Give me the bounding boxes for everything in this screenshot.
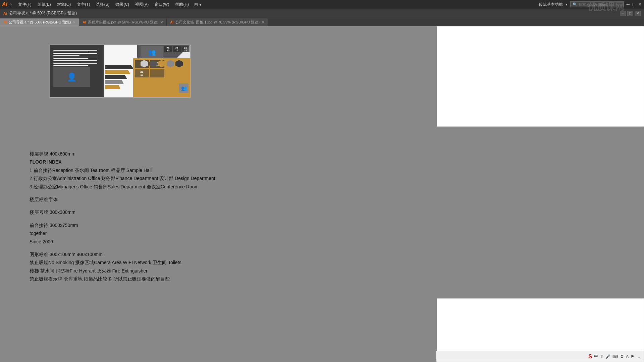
workspace-label: 传统基本功能 — [539, 2, 563, 7]
stock-search-input[interactable] — [579, 2, 622, 6]
tab-1[interactable]: Ai 课程片头模板.pdf @ 50% (RGB/GPU 预览) ✕ — [79, 18, 167, 26]
doc-page-lines — [53, 50, 97, 67]
stock-search-box[interactable]: 🔍 — [570, 1, 624, 7]
document-preview: 👤 公司历程 Company history to — [50, 45, 191, 98]
reception-title: 前台接待 3000x750mm — [30, 222, 215, 229]
menu-help[interactable]: 帮助(H) — [172, 1, 192, 8]
doc-year-2016: 2016 — [173, 46, 181, 52]
floor-index-en: FLOOR INDEX — [30, 158, 215, 166]
tab-0-label: 公司导视.ai* @ 50% (RGB/GPU 预览) — [9, 20, 71, 25]
taskbar-s-icon: S — [588, 354, 592, 360]
menu-bar: Ai ⌂ 文件(F) 编辑(E) 对象(O) 文字(T) 选择(S) 效果(C)… — [0, 0, 644, 9]
page-line-5 — [53, 57, 97, 57]
doc-hex-row — [141, 60, 183, 67]
home-icon[interactable]: ⌂ — [9, 2, 12, 7]
system-taskbar: S 中 ⇧ 🎤 ⌨ ⚙ A ⚑ … — [436, 351, 644, 362]
floor-sign-section: 楼层号牌 300x300mm — [30, 208, 215, 216]
tab-2[interactable]: Ai 公司文化墙_面板 1.jpg @ 70.59% (RGB/GPU 预览) … — [167, 18, 268, 26]
doc-shape-1 — [105, 65, 134, 69]
taskbar-keyboard-icon[interactable]: ⌨ — [612, 354, 618, 359]
menu-text[interactable]: 文字(T) — [74, 1, 93, 8]
page-line-6 — [53, 58, 88, 59]
doc-shape-4 — [105, 80, 124, 84]
taskbar-a-icon[interactable]: A — [626, 354, 629, 359]
floor-index-title: 楼层导视 400x600mm — [30, 150, 215, 158]
floor-index-section: 楼层导视 400x600mm FLOOR INDEX 1 前台接待Recepti… — [30, 150, 215, 190]
hex-2 — [149, 60, 157, 67]
right-panel-bottom: S 中 ⇧ 🎤 ⌨ ⚙ A ⚑ … — [437, 298, 644, 362]
doc-top-years: 2020 2016 2015 — [164, 46, 190, 52]
tab-2-close[interactable]: ✕ — [262, 20, 264, 24]
tab-1-icon: Ai — [83, 20, 86, 24]
since-text: Since 2009 — [30, 238, 215, 245]
tab-2-label: 公司文化墙_面板 1.jpg @ 70.59% (RGB/GPU 预览) — [175, 20, 260, 25]
title-minimize-btn[interactable]: ─ — [620, 11, 626, 16]
menu-effects[interactable]: 效果(C) — [113, 1, 132, 8]
hex-1 — [141, 60, 148, 67]
menu-right: 传统基本功能 ▾ 🔍 ─ □ ✕ — [539, 1, 642, 7]
floor-sign-label: 楼层号牌 300x300mm — [30, 208, 215, 216]
font-label: 楼层标准字体 — [30, 196, 215, 203]
graphic-std-label: 图形标准 300x100mm 400x100mm — [30, 251, 215, 258]
doc-year-2015: 2015 — [181, 46, 190, 52]
tabs-bar: Ai 公司导视.ai* @ 50% (RGB/GPU 预览) ✕ Ai 课程片头… — [0, 18, 644, 26]
title-controls: ─ □ ✕ — [620, 11, 641, 16]
window-close-btn[interactable]: ✕ — [638, 2, 642, 7]
page-line-10 — [53, 65, 88, 66]
menu-object[interactable]: 对象(O) — [54, 1, 73, 8]
file-type-icon: Ai — [3, 11, 7, 15]
taskbar-arrow-icon[interactable]: ⇧ — [600, 354, 603, 359]
tab-0-close[interactable]: ✕ — [73, 20, 75, 24]
doc-small-photo: 👥 — [179, 83, 189, 93]
hex-5 — [175, 60, 183, 67]
doc-year-2017: 2017 — [135, 69, 149, 77]
reception-section: 前台接待 3000x750mm together Since 2009 — [30, 222, 215, 245]
right-panel-top — [437, 26, 644, 127]
doc-year-placeholder — [150, 69, 164, 77]
document-title: 公司导视.ai* @ 50% (RGB/GPU 预览) — [9, 10, 77, 16]
doc-shape-3 — [105, 75, 127, 79]
page-line-4 — [53, 55, 79, 56]
doc-shape-row — [105, 65, 134, 89]
page-line-2 — [53, 52, 88, 52]
doc-dark-strip: 👤 — [50, 45, 104, 97]
taskbar-more-icon[interactable]: … — [636, 354, 640, 359]
hex-4 — [167, 60, 174, 67]
graphic-std-section: 图形标准 300x100mm 400x100mm 禁止吸烟No Smoking … — [30, 251, 215, 283]
floor-3-text: 3 经理办公室Manager's Office 销售部Sales Departm… — [30, 183, 215, 190]
grid-icon[interactable]: ⊞ ▾ — [194, 2, 202, 7]
taskbar-gear-icon[interactable]: ⚙ — [620, 354, 624, 359]
doc-left-photo: 👤 — [53, 67, 90, 87]
title-close-btn[interactable]: ✕ — [635, 11, 641, 16]
menu-edit[interactable]: 编辑(E) — [35, 1, 54, 8]
title-bar: Ai 公司导视.ai* @ 50% (RGB/GPU 预览) ─ □ ✕ — [0, 9, 644, 18]
taskbar-cn-icon[interactable]: 中 — [594, 354, 598, 359]
taskbar-flag-icon[interactable]: ⚑ — [631, 354, 634, 359]
tab-2-icon: Ai — [170, 20, 173, 24]
title-maximize-btn[interactable]: □ — [627, 11, 633, 16]
page-line-7 — [53, 60, 97, 61]
doc-top-photo: 👥 — [141, 46, 163, 58]
floor-1-text: 1 前台接待Reception 茶水间 Tea room 样品厅 Sample … — [30, 167, 215, 174]
menu-window[interactable]: 窗口(W) — [152, 1, 172, 8]
taskbar-mic-icon[interactable]: 🎤 — [605, 354, 610, 359]
tab-1-close[interactable]: ✕ — [160, 20, 163, 24]
menu-file[interactable]: 文件(F) — [15, 1, 34, 8]
together-text: together — [30, 230, 215, 237]
main-canvas-area: 👤 公司历程 Company history to — [0, 26, 644, 362]
sign-list-2: 楼梯 茶水间 消防栓Fire Hydrant 灭火器 Fire Extingui… — [30, 267, 215, 275]
menu-view[interactable]: 视图(V) — [132, 1, 151, 8]
text-content-area: 楼层导视 400x600mm FLOOR INDEX 1 前台接待Recepti… — [30, 150, 215, 288]
window-maximize-btn[interactable]: □ — [633, 2, 635, 7]
menu-select[interactable]: 选择(S) — [93, 1, 112, 8]
page-line-9 — [53, 63, 97, 64]
hex-3 — [158, 60, 165, 67]
workspace-dropdown-icon[interactable]: ▾ — [566, 2, 568, 7]
window-minimize-btn[interactable]: ─ — [627, 2, 630, 7]
font-section: 楼层标准字体 — [30, 196, 215, 203]
page-line-1 — [53, 50, 97, 51]
app-logo: Ai — [2, 1, 7, 7]
tab-0[interactable]: Ai 公司导视.ai* @ 50% (RGB/GPU 预览) ✕ — [0, 18, 79, 26]
people-icon: 👥 — [148, 49, 156, 56]
page-line-3 — [53, 53, 97, 54]
